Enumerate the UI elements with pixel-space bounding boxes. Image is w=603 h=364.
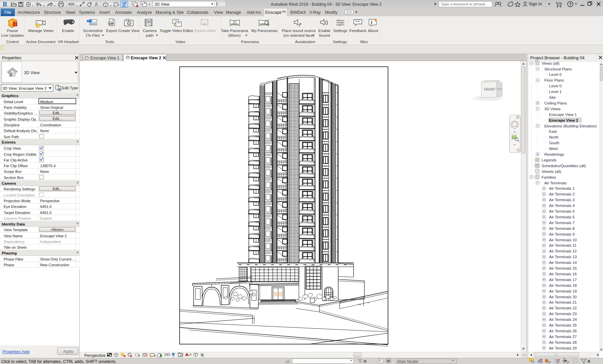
svg-text:FRONT: FRONT [484, 88, 495, 91]
svg-text:Ceiling Plans: Ceiling Plans [544, 101, 567, 105]
svg-text:Air Terminals 18: Air Terminals 18 [549, 283, 577, 287]
svg-text:Floor Plans: Floor Plans [544, 78, 564, 82]
svg-text::0: :0 [363, 359, 366, 363]
svg-text:3D Views: 3D Views [544, 107, 561, 111]
svg-text:9: 9 [138, 354, 140, 357]
svg-text:Air Terminals 29: Air Terminals 29 [549, 346, 577, 350]
svg-text:Level 1: Level 1 [549, 90, 562, 94]
svg-text:Air Terminals 8: Air Terminals 8 [549, 226, 575, 231]
svg-text:Type a keyword or phrase: Type a keyword or phrase [441, 2, 485, 6]
svg-text:Air Terminals 25: Air Terminals 25 [549, 323, 577, 327]
svg-text:Sign In: Sign In [529, 2, 542, 6]
svg-text:Elevations (Building Elevation: Elevations (Building Elevation) [544, 124, 597, 128]
svg-text:9: 9 [154, 354, 156, 357]
svg-text:Air Terminals 23: Air Terminals 23 [549, 312, 577, 316]
svg-text:Air Terminals 12: Air Terminals 12 [549, 249, 577, 253]
svg-text:Enscape View 1: Enscape View 1 [549, 113, 577, 117]
svg-text:Legends: Legends [542, 158, 556, 162]
svg-text:Air Terminals 24: Air Terminals 24 [549, 317, 577, 322]
svg-text::0: :0 [587, 359, 590, 363]
svg-text:Renderings: Renderings [544, 152, 564, 156]
svg-text:Air Terminals 28: Air Terminals 28 [549, 340, 577, 344]
svg-text:East: East [549, 129, 557, 133]
svg-text:R: R [3, 1, 7, 8]
svg-text:“”: “” [355, 20, 360, 25]
svg-text:Air Terminals 7: Air Terminals 7 [549, 221, 575, 225]
svg-text:Air Terminals 5: Air Terminals 5 [549, 209, 575, 213]
svg-text:A: A [94, 2, 98, 7]
svg-text:Air Terminals 17: Air Terminals 17 [549, 278, 577, 282]
svg-text:Sheets (all): Sheets (all) [542, 170, 561, 174]
svg-text:Air Terminals 19: Air Terminals 19 [549, 289, 577, 293]
svg-text:Air Terminals 3: Air Terminals 3 [549, 198, 575, 202]
svg-text:Air Terminals 26: Air Terminals 26 [549, 329, 577, 333]
svg-text:i: i [371, 20, 372, 25]
svg-text:Views (all): Views (all) [542, 61, 559, 65]
svg-text:Air Terminals: Air Terminals [544, 181, 567, 185]
svg-text:Level 0: Level 0 [549, 72, 562, 77]
svg-text:Air Terminals 11: Air Terminals 11 [549, 243, 576, 247]
svg-text:Air Terminals 13: Air Terminals 13 [549, 255, 577, 259]
svg-text:Air Terminals 20: Air Terminals 20 [549, 295, 577, 299]
svg-text:Air Terminals 10: Air Terminals 10 [549, 238, 577, 242]
svg-text:Level 0: Level 0 [549, 84, 562, 88]
svg-text:Schedules/Quantities (all): Schedules/Quantities (all) [542, 164, 586, 168]
svg-text:RIGHT: RIGHT [497, 88, 502, 91]
svg-text:?: ? [569, 2, 572, 7]
svg-text:Air Terminals 6: Air Terminals 6 [549, 215, 575, 219]
svg-text:South: South [549, 141, 559, 145]
svg-text:Air Terminals 22: Air Terminals 22 [549, 306, 577, 310]
svg-text:Air Terminals 1: Air Terminals 1 [549, 186, 575, 190]
svg-text:North: North [549, 135, 558, 139]
svg-text:Air Terminals 2: Air Terminals 2 [549, 192, 575, 196]
svg-text:Air Terminals 15: Air Terminals 15 [549, 266, 577, 270]
svg-text:Air Terminals 27: Air Terminals 27 [549, 335, 577, 339]
svg-text:Enscape View 2: Enscape View 2 [549, 118, 578, 122]
svg-text:Air Terminals 14: Air Terminals 14 [549, 261, 577, 265]
svg-text:EXE: EXE [109, 22, 114, 25]
svg-text:Air Terminals 4: Air Terminals 4 [549, 204, 575, 208]
svg-text:West: West [549, 147, 558, 151]
svg-text:Air Terminals 16: Air Terminals 16 [549, 272, 577, 276]
svg-text:Structural Plans: Structural Plans [544, 67, 572, 71]
svg-text:Air Terminals 21: Air Terminals 21 [549, 300, 577, 304]
svg-text:Site: Site [549, 95, 556, 99]
svg-text:Air Terminals 9: Air Terminals 9 [549, 232, 575, 236]
svg-text:Families: Families [542, 175, 556, 179]
